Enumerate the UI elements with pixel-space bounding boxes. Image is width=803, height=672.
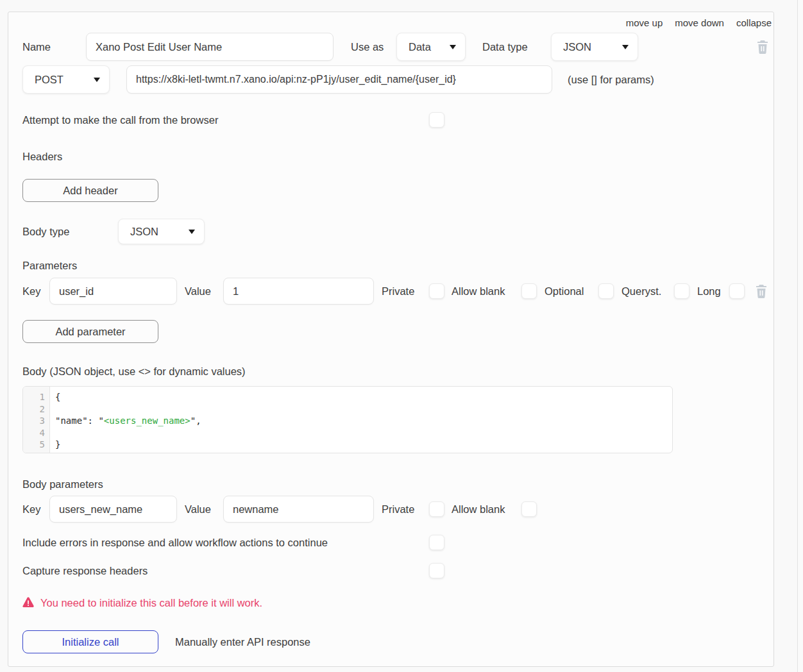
param-private-label: Private (382, 278, 414, 305)
capture-headers-row: Capture response headers (8, 563, 773, 578)
param-key-input[interactable] (49, 278, 177, 305)
body-param-key-label: Key (22, 496, 40, 523)
capture-headers-checkbox[interactable] (429, 563, 444, 578)
move-down-link[interactable]: move down (675, 17, 724, 28)
code-gutter: 12345 (23, 387, 50, 453)
body-param-private-label: Private (382, 496, 414, 523)
body-type-row: Body type JSON (8, 219, 773, 244)
param-value-label: Value (185, 278, 211, 305)
parameters-title: Parameters (22, 260, 77, 272)
param-long-label: Long (697, 278, 721, 305)
method-select[interactable]: POST (22, 65, 110, 94)
footer-row: Initialize call Manually enter API respo… (8, 630, 773, 653)
headers-title: Headers (22, 151, 62, 163)
name-input[interactable] (86, 33, 334, 61)
body-json-editor[interactable]: 12345 { "name": "<users_new_name>", } (22, 386, 673, 453)
body-type-select[interactable]: JSON (118, 219, 205, 244)
body-type-label: Body type (22, 219, 69, 244)
body-editor-label: Body (JSON object, use <> for dynamic va… (22, 365, 246, 378)
use-as-value: Data (409, 41, 431, 53)
chevron-down-icon (622, 45, 629, 49)
card-toolbar: move up move down collapse (626, 17, 772, 28)
chevron-down-icon (450, 45, 456, 49)
param-allow-blank-label: Allow blank (452, 278, 505, 305)
warning-triangle-icon (22, 597, 34, 608)
add-parameter-button[interactable]: Add parameter (22, 320, 158, 343)
name-label: Name (22, 33, 51, 61)
name-row: Name Use as Data Data type JSON (8, 33, 773, 61)
body-type-value: JSON (130, 226, 158, 238)
chevron-down-icon (189, 230, 195, 234)
url-hint: (use [] for params) (568, 65, 654, 94)
code-lines[interactable]: { "name": "<users_new_name>", } (50, 387, 672, 453)
body-param-value-label: Value (185, 496, 211, 523)
param-private-checkbox[interactable] (429, 283, 444, 299)
method-value: POST (35, 74, 63, 86)
param-optional-label: Optional (545, 278, 584, 305)
param-querystring-label: Queryst. (621, 278, 661, 305)
initialize-call-button[interactable]: Initialize call (22, 630, 158, 653)
delete-call-icon[interactable] (756, 40, 769, 54)
include-errors-checkbox[interactable] (429, 535, 444, 550)
body-parameters-title: Body parameters (22, 478, 103, 491)
body-parameter-row: Key Value Private Allow blank (8, 496, 773, 523)
parameter-row: Key Value Private Allow blank Optional Q… (8, 278, 773, 305)
body-param-private-checkbox[interactable] (429, 501, 444, 517)
body-param-allow-blank-checkbox[interactable] (521, 501, 537, 517)
chevron-down-icon (94, 78, 100, 82)
manual-response-link[interactable]: Manually enter API response (175, 630, 310, 653)
use-as-select[interactable]: Data (396, 33, 466, 61)
include-errors-row: Include errors in response and allow wor… (8, 535, 773, 550)
body-param-value-input[interactable] (223, 496, 374, 523)
collapse-link[interactable]: collapse (736, 17, 772, 28)
param-allow-blank-checkbox[interactable] (521, 283, 537, 299)
browser-call-row: Attempt to make the call from the browse… (8, 112, 773, 128)
move-up-link[interactable]: move up (626, 17, 663, 28)
warning-row: You need to initialize this call before … (8, 596, 773, 610)
initialize-warning-text: You need to initialize this call before … (40, 596, 262, 610)
data-type-select[interactable]: JSON (551, 33, 638, 61)
data-type-value: JSON (563, 41, 591, 53)
data-type-label: Data type (482, 33, 528, 61)
param-querystring-checkbox[interactable] (674, 283, 689, 299)
include-errors-label: Include errors in response and allow wor… (22, 535, 328, 550)
url-input[interactable] (126, 65, 552, 94)
use-as-label: Use as (351, 33, 384, 61)
capture-headers-label: Capture response headers (22, 563, 148, 578)
api-call-card: move up move down collapse Name Use as D… (8, 12, 774, 667)
param-value-input[interactable] (223, 278, 374, 305)
request-row: POST (use [] for params) (8, 65, 773, 94)
add-header-button[interactable]: Add header (22, 179, 158, 202)
browser-call-label: Attempt to make the call from the browse… (22, 112, 218, 128)
browser-call-checkbox[interactable] (429, 112, 444, 128)
param-key-label: Key (22, 278, 40, 305)
body-param-key-input[interactable] (49, 496, 177, 523)
delete-parameter-icon[interactable] (755, 284, 768, 298)
param-optional-checkbox[interactable] (598, 283, 614, 299)
param-long-checkbox[interactable] (729, 283, 745, 299)
body-param-allow-blank-label: Allow blank (452, 496, 505, 523)
scrollbar[interactable] (797, 0, 803, 672)
